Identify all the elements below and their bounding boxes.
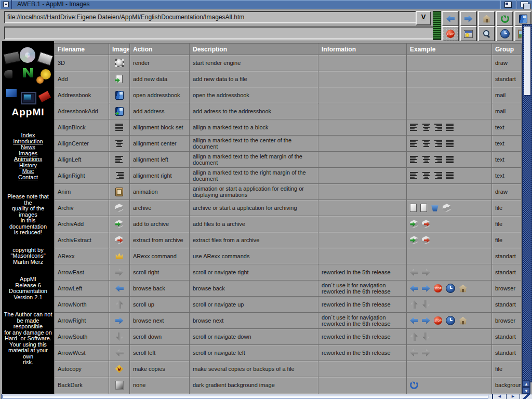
sidebar-link-index[interactable]: Index — [2, 132, 54, 139]
home-icon — [459, 284, 467, 292]
arrow-down-gray-icon — [422, 300, 430, 309]
gear-icon — [36, 76, 44, 84]
table-row: ArchivExtractextract from archiveextract… — [55, 232, 522, 248]
sidebar-link-news[interactable]: News — [2, 144, 54, 151]
vertical-scrollbar[interactable]: ▲ ▼ — [522, 24, 532, 394]
align-center-icon — [422, 123, 430, 131]
home-icon — [459, 316, 467, 325]
url-input[interactable]: file://localhost/HardDrive:Eigene Dateie… — [4, 11, 419, 23]
arrow-right-gray-icon — [115, 268, 124, 276]
sidebar-link-misc[interactable]: Misc — [2, 168, 54, 175]
cube-green-icon — [410, 236, 418, 244]
clock-icon — [446, 316, 455, 325]
stop-button[interactable] — [442, 26, 459, 42]
cube-green-icon — [410, 220, 418, 228]
load-images-button[interactable] — [460, 26, 477, 42]
cell-file: 3D — [55, 55, 109, 71]
cell-info — [318, 216, 407, 232]
cell-img — [109, 216, 130, 232]
table-row: ARexxARexx commanduse ARexx commandsstan… — [55, 248, 522, 264]
table-row: AllignRightallignment rightallign a mark… — [55, 168, 522, 184]
cell-grp: standart — [492, 71, 522, 87]
align-block-icon — [446, 155, 454, 164]
scroll-right-icon[interactable]: ▶ — [506, 394, 520, 399]
cell-ex — [407, 248, 492, 264]
cell-desc: dark gradient background image — [190, 377, 318, 393]
cell-img — [109, 377, 130, 393]
home-button[interactable] — [478, 11, 495, 26]
forward-button[interactable] — [460, 11, 477, 26]
cell-img — [109, 200, 130, 216]
cell-file: AllignLeft — [55, 152, 109, 168]
cell-info — [318, 87, 407, 103]
cell-ex — [407, 329, 492, 345]
cell-desc: allign a marked text to the left margin … — [190, 152, 318, 168]
cell-img — [109, 152, 130, 168]
arrow-right-blue-icon — [422, 284, 430, 292]
align-right-icon — [434, 171, 442, 180]
arrow-left-blue-icon — [410, 316, 418, 325]
cell-act: browse back — [130, 281, 190, 297]
cell-ex — [407, 216, 492, 232]
film-icon — [115, 188, 123, 196]
cell-ex — [407, 136, 492, 152]
sidebar-link-contact[interactable]: Contact — [2, 175, 54, 181]
cell-img — [109, 103, 130, 119]
cell-ex — [407, 103, 492, 119]
scroll-down-icon[interactable]: ▼ — [522, 387, 530, 394]
scroll-left-icon[interactable]: ◀ — [493, 394, 507, 399]
window-resize-icon[interactable] — [520, 394, 532, 399]
cell-desc: animation or start a application for edi… — [190, 184, 318, 200]
cell-img — [109, 361, 130, 377]
sidebar-link-animations[interactable]: Animations — [2, 156, 54, 163]
cell-grp: file — [492, 216, 522, 232]
cell-info — [318, 377, 407, 393]
vertical-scroll-track[interactable] — [522, 24, 532, 382]
zip-window-icon[interactable] — [500, 0, 516, 9]
cell-info: don´t use it for navigation reworked in … — [318, 313, 407, 329]
cell-grp: standart — [492, 264, 522, 281]
cell-act: add new data — [130, 71, 190, 87]
cell-info: reworked in the 5th release — [318, 264, 407, 281]
horizontal-scroll-track[interactable] — [1, 394, 493, 399]
cell-act: open addressbook — [130, 87, 190, 103]
cell-file: ARexx — [55, 248, 109, 264]
arrow-left-blue-icon — [446, 15, 455, 23]
history-button[interactable] — [496, 26, 513, 42]
cell-info — [318, 71, 407, 87]
cell-img — [109, 184, 130, 200]
align-center-icon — [422, 155, 430, 164]
cell-file: AllignRight — [55, 168, 109, 184]
cell-grp: standart — [492, 329, 522, 345]
cell-act: allignment left — [130, 152, 190, 168]
align-right-icon — [434, 155, 442, 164]
align-left-icon — [115, 155, 124, 164]
cell-grp: mail — [492, 103, 522, 119]
home-icon — [483, 15, 491, 23]
reload-button[interactable] — [496, 11, 513, 26]
cell-file: ArrowNorth — [55, 297, 109, 313]
images-table: FilenameImageActionDescriptionInformatio… — [54, 43, 522, 394]
close-window-icon[interactable] — [0, 0, 12, 9]
cube-red-icon — [422, 236, 430, 244]
sidebar-notes: Please note that the quality of the imag… — [2, 194, 54, 366]
search-button[interactable] — [478, 26, 495, 42]
cell-act: browse next — [130, 313, 190, 329]
horizontal-scroll-thumb[interactable] — [2, 395, 488, 398]
vertical-scroll-thumb[interactable] — [524, 26, 531, 96]
cd-icon — [20, 47, 35, 63]
horizontal-scrollbar[interactable]: ◀ ▶ — [0, 394, 532, 399]
cell-desc: scroll or navigate right — [190, 264, 318, 281]
url-history-dropdown-button[interactable]: V — [416, 11, 431, 25]
appmi-logo-image — [4, 47, 52, 104]
title-bar: AWEB.1 - AppMI - Images — [0, 0, 532, 9]
sidebar-nav: IndexIntroductionNewsImagesAnimationsHis… — [2, 132, 54, 180]
cell-grp: text — [492, 168, 522, 184]
table-row: ArrowWestscroll leftscroll or navigate l… — [55, 345, 522, 361]
page-icon — [410, 204, 417, 212]
depth-window-icon[interactable] — [516, 0, 532, 9]
cell-grp: draw — [492, 55, 522, 71]
cell-act: scroll right — [130, 264, 190, 281]
scroll-up-icon[interactable]: ▲ — [522, 380, 530, 387]
back-button[interactable] — [442, 11, 459, 26]
